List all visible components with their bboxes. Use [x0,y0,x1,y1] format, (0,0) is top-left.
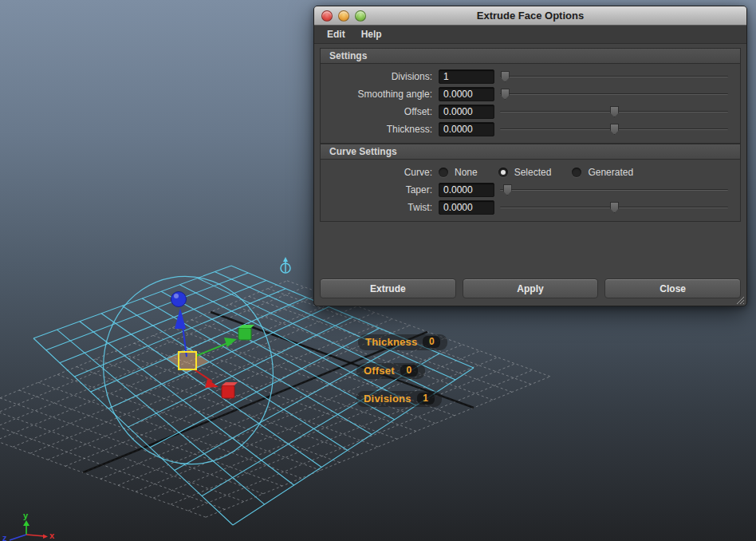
hud-divisions[interactable]: Divisions 1 [356,391,442,407]
hud-thickness-label: Thickness [365,336,417,348]
curve-settings-section-body: Curve: None Selected Generated [320,160,741,222]
radio-selected-icon[interactable] [498,168,508,177]
curve-settings-section-header[interactable]: Curve Settings [320,144,741,160]
window-title: Extrude Face Options [314,10,746,22]
slider-handle[interactable] [610,202,619,213]
hud-thickness[interactable]: Thickness 0 [358,334,447,350]
smoothing-angle-slider[interactable] [500,87,728,101]
slider-track [500,93,728,95]
hud-divisions-value[interactable]: 1 [417,393,435,405]
curve-row: Curve: None Selected Generated [322,164,735,181]
settings-section-body: Divisions: 1 Smoothing angle: 0.0000 [320,64,741,144]
manipulator-z-handle[interactable] [171,292,187,357]
minimize-window-icon[interactable] [338,10,349,22]
radio-selected-label: Selected [514,167,552,178]
curve-radio-group: None Selected Generated [439,167,633,178]
radio-generated-icon[interactable] [572,168,581,177]
window-titlebar[interactable]: Extrude Face Options [314,6,746,26]
taper-slider[interactable] [500,183,728,197]
settings-section-header[interactable]: Settings [320,48,741,64]
slider-handle[interactable] [501,89,510,100]
slider-handle[interactable] [501,71,510,82]
taper-label: Taper: [322,184,439,195]
radio-none-label: None [455,167,478,178]
hud-offset-value[interactable]: 0 [400,365,418,377]
slider-track [500,76,728,77]
twist-label: Twist: [322,202,439,213]
smoothing-angle-row: Smoothing angle: 0.0000 [322,85,735,103]
slider-handle[interactable] [610,106,619,117]
apply-button[interactable]: Apply [463,278,599,298]
ground-grid [0,281,550,517]
window-controls [321,6,366,25]
divisions-label: Divisions: [322,71,439,82]
radio-none-icon[interactable] [439,168,448,177]
curve-option-generated[interactable]: Generated [572,167,633,178]
divisions-slider[interactable] [500,69,728,84]
offset-label: Offset: [322,106,439,117]
menu-edit[interactable]: Edit [321,27,352,41]
twist-field[interactable]: 0.0000 [439,200,494,215]
axis-x-label: x [49,531,55,540]
offset-slider[interactable] [500,105,728,119]
divisions-field[interactable]: 1 [439,69,494,84]
close-window-icon[interactable] [321,10,333,22]
taper-row: Taper: 0.0000 [322,181,735,199]
manipulator-y-handle[interactable] [196,325,254,356]
axis-z-line [10,535,26,540]
close-button[interactable]: Close [604,278,741,298]
offset-row: Offset: 0.0000 [322,103,735,120]
extrude-button[interactable]: Extrude [320,278,456,298]
menu-help[interactable]: Help [355,27,388,41]
hud-offset-label: Offset [364,365,395,377]
axis-x-line [26,535,45,536]
maya-viewport: Thickness 0 Offset 0 Divisions 1 y x z E… [0,0,756,541]
hud-divisions-label: Divisions [364,393,411,405]
slider-track [500,189,728,191]
axis-y-label: y [23,511,29,520]
thickness-field[interactable]: 0.0000 [439,122,494,136]
thickness-label: Thickness: [322,124,439,135]
dialog-button-bar: Extrude Apply Close [320,278,741,301]
axis-triad: y x z [0,501,72,541]
taper-field[interactable]: 0.0000 [439,183,494,197]
hud-thickness-value[interactable]: 0 [423,336,440,348]
axis-z-label: z [2,533,7,541]
twist-slider[interactable] [500,200,728,215]
curve-option-none[interactable]: None [439,167,478,178]
slider-handle[interactable] [503,184,512,195]
settings-section-title: Settings [329,50,367,61]
manipulator-mode-icon[interactable] [281,257,290,273]
smoothing-angle-field[interactable]: 0.0000 [439,87,494,101]
zoom-window-icon[interactable] [355,10,366,22]
axis-x-arrow-icon [43,535,48,539]
menu-bar: Edit Help [314,26,746,44]
extrude-face-options-window: Extrude Face Options Edit Help Settings … [313,6,747,306]
curve-settings-section-title: Curve Settings [329,146,397,157]
thickness-slider[interactable] [500,122,728,136]
slider-handle[interactable] [610,124,619,135]
thickness-row: Thickness: 0.0000 [322,120,735,138]
offset-field[interactable]: 0.0000 [439,105,494,119]
hud-offset[interactable]: Offset 0 [356,363,425,379]
twist-row: Twist: 0.0000 [322,199,735,216]
smoothing-angle-label: Smoothing angle: [322,89,439,100]
resize-grip[interactable] [734,294,745,305]
radio-generated-label: Generated [588,167,633,178]
dialog-body: Settings Divisions: 1 Smoothing angle: 0… [314,44,746,306]
curve-option-selected[interactable]: Selected [498,167,552,178]
axis-y-arrow-icon [23,520,30,526]
curve-label: Curve: [322,167,439,178]
divisions-row: Divisions: 1 [322,68,735,85]
